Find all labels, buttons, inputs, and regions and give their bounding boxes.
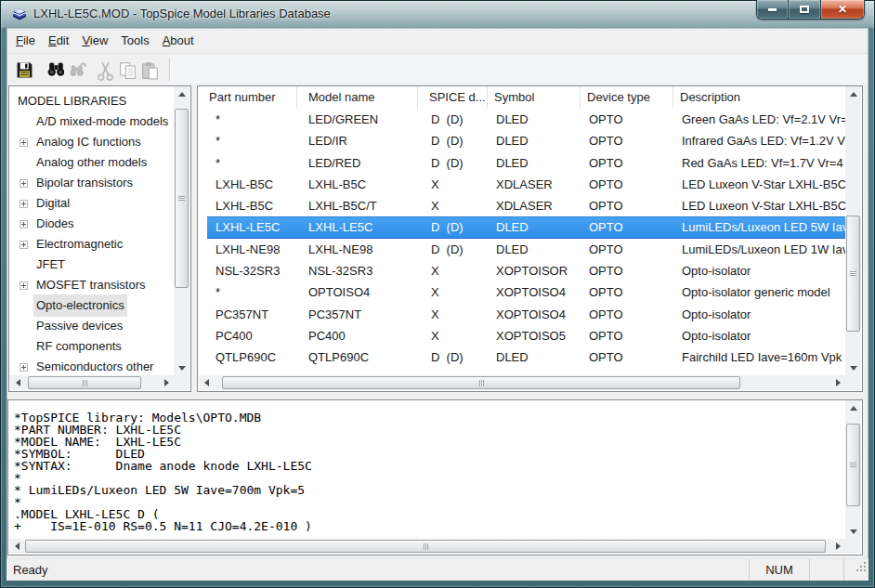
scroll-down-button[interactable] — [845, 360, 861, 375]
scroll-left-button[interactable] — [199, 375, 214, 390]
floppy-save-icon — [16, 61, 33, 78]
tree-item-label: JFET — [33, 254, 68, 276]
menu-edit[interactable]: Edit — [42, 29, 75, 53]
scroll-up-button[interactable] — [174, 86, 189, 101]
column-header-part-number[interactable]: Part number — [208, 86, 297, 109]
scroll-track[interactable] — [25, 375, 159, 390]
tree-item-jfet[interactable]: JFET — [10, 255, 174, 275]
table-row-nsl-32sr3[interactable]: NSL-32SR3NSL-32SR3XXOPTOISOROPTOOpto-iso… — [207, 260, 845, 281]
scroll-thumb[interactable] — [846, 424, 860, 506]
tree-item-semiconductors-other[interactable]: Semiconductors other — [10, 357, 174, 375]
title-bar[interactable]: LXHL-LE5C.MOD - TopSpice Model Libraries… — [0, 0, 875, 28]
scroll-left-button[interactable] — [10, 375, 25, 390]
code-vertical-scrollbar[interactable] — [845, 400, 861, 539]
tree-item-analog-other-models[interactable]: Analog other models — [10, 152, 174, 173]
minimize-icon — [768, 8, 777, 11]
cell-symbol: XOPTOISO4 — [487, 304, 580, 325]
cell-spice-d: X — [417, 281, 487, 303]
column-header-spice-d[interactable]: SPICE d... — [418, 86, 488, 109]
tree-item-diodes[interactable]: Diodes — [10, 214, 174, 234]
menu-view[interactable]: View — [75, 29, 114, 53]
menu-about[interactable]: About — [156, 29, 201, 53]
tree-item-analog-ic-functions[interactable]: Analog IC functions — [10, 132, 174, 152]
num-lock-indicator: NUM — [749, 559, 809, 581]
scissors-cut-icon — [97, 61, 114, 78]
expand-plus-icon[interactable] — [20, 220, 28, 229]
table-row-rphoto[interactable]: RPHOTORPHOTOXXRPHOTOOPTOsimple photoresi… — [207, 369, 845, 375]
tree-vertical-scrollbar[interactable] — [174, 86, 189, 375]
find-button[interactable] — [45, 59, 67, 81]
scroll-left-button[interactable] — [9, 539, 24, 554]
menu-file[interactable]: File — [9, 29, 42, 53]
tree-item-digital[interactable]: Digital — [10, 193, 174, 214]
table-row-lxhl-le5c[interactable]: LXHL-LE5CLXHL-LE5CD (D)DLEDOPTOLumiLEDs/… — [207, 216, 845, 238]
minimize-button[interactable] — [757, 0, 789, 19]
table-row-lxhl-ne98[interactable]: LXHL-NE98LXHL-NE98D (D)DLEDOPTOLumiLEDs/… — [207, 239, 845, 260]
table-row-led-green[interactable]: *LED/GREEND (D)DLEDOPTOGreen GaAs LED: V… — [207, 109, 845, 130]
table-row-lxhl-b5c-t[interactable]: LXHL-B5CLXHL-B5C/TXXDLASEROPTOLED Luxeon… — [207, 195, 845, 216]
tree-item-passive-devices[interactable]: Passive devices — [10, 316, 174, 336]
scroll-track[interactable] — [214, 375, 830, 390]
cell-model-name: LED/GREEN — [296, 109, 417, 130]
column-header-symbol[interactable]: Symbol — [488, 86, 581, 109]
save-button[interactable] — [13, 59, 35, 81]
tree-item-electromagnetic[interactable]: Electromagnetic — [10, 234, 174, 255]
tree-item-rf-components[interactable]: RF components — [10, 336, 174, 357]
expand-plus-icon[interactable] — [20, 200, 28, 208]
expand-plus-icon[interactable] — [20, 138, 28, 147]
scroll-thumb[interactable] — [222, 376, 740, 389]
table-row-qtlp690c[interactable]: QTLP690CQTLP690CD (D)DLEDOPTOFairchild L… — [207, 346, 845, 368]
table-row-led-ir[interactable]: *LED/IRD (D)DLEDOPTOInfrared GaAs LED: V… — [207, 130, 845, 151]
scroll-right-button[interactable] — [159, 375, 174, 390]
table-horizontal-scrollbar[interactable] — [199, 375, 845, 390]
tree-item-a-d-mixed-mode-models[interactable]: A/D mixed-mode models — [10, 111, 174, 132]
scroll-track[interactable] — [24, 539, 830, 554]
arrow-down-icon — [178, 366, 186, 371]
table-row-led-red[interactable]: *LED/REDD (D)DLEDOPTORed GaAs LED: Vf=1.… — [207, 152, 845, 174]
expand-plus-icon[interactable] — [20, 363, 28, 372]
menu-tools[interactable]: Tools — [114, 29, 155, 53]
resize-grip[interactable] — [856, 557, 867, 579]
tree-item-bipolar-transistors[interactable]: Bipolar transistors — [10, 173, 174, 193]
scroll-up-button[interactable] — [845, 86, 861, 101]
table-vertical-scrollbar[interactable] — [845, 86, 861, 375]
cell-description: LED Luxeon V-Star LXHL-B5C — [673, 174, 845, 195]
scroll-thumb[interactable] — [25, 540, 826, 553]
scroll-right-button[interactable] — [830, 539, 845, 554]
scroll-track[interactable] — [174, 101, 189, 360]
close-button[interactable]: ✕ — [821, 0, 864, 19]
arrow-up-icon — [850, 406, 857, 411]
scroll-thumb[interactable] — [175, 109, 189, 288]
model-library-book-icon[interactable] — [11, 6, 28, 22]
table-row-pc357nt[interactable]: PC357NTPC357NTXXOPTOISO4OPTOOpto-isolato… — [207, 304, 845, 325]
scroll-track[interactable] — [845, 101, 861, 360]
scroll-thumb[interactable] — [28, 376, 141, 389]
column-header-device-type[interactable]: Device type — [581, 86, 673, 109]
cell-description: Opto-isolator — [673, 260, 845, 281]
tree-item-opto-electronics[interactable]: Opto-electronics — [10, 295, 174, 316]
cell-description: LumiLEDs/Luxeon LED 5W Iav — [673, 217, 845, 237]
expand-plus-icon[interactable] — [20, 179, 28, 188]
tree-item-mosfet-transistors[interactable]: MOSFET transistors — [10, 275, 174, 295]
expand-plus-icon[interactable] — [20, 281, 28, 290]
cell-symbol: XOPTOISOR — [487, 260, 580, 281]
table-row-pc400[interactable]: PC400PC400XXOPTOISO5OPTOOpto-isolator — [207, 325, 845, 346]
cell-symbol: XRPHOTO — [487, 369, 580, 375]
scroll-down-button[interactable] — [845, 524, 861, 539]
scroll-thumb[interactable] — [846, 216, 860, 332]
scroll-track[interactable] — [845, 415, 861, 524]
column-header-model-name[interactable]: Model name — [297, 86, 418, 109]
table-row-optoiso4[interactable]: *OPTOISO4XXOPTOISO4OPTOOpto-isolator gen… — [207, 281, 845, 303]
table-row-lxhl-b5c[interactable]: LXHL-B5CLXHL-B5CXXDLASEROPTOLED Luxeon V… — [207, 174, 845, 195]
column-header-description[interactable]: Description — [673, 86, 845, 109]
tree-horizontal-scrollbar[interactable] — [10, 375, 174, 390]
expand-plus-icon[interactable] — [20, 241, 28, 249]
tree-root-label[interactable]: MODEL LIBRARIES — [10, 91, 174, 111]
scroll-right-button[interactable] — [830, 375, 845, 390]
scroll-up-button[interactable] — [845, 400, 861, 415]
arrow-right-icon — [164, 379, 169, 386]
maximize-button[interactable] — [789, 0, 821, 19]
code-horizontal-scrollbar[interactable] — [9, 539, 845, 554]
caption-button-group: ✕ — [756, 0, 865, 20]
scroll-down-button[interactable] — [174, 360, 189, 375]
